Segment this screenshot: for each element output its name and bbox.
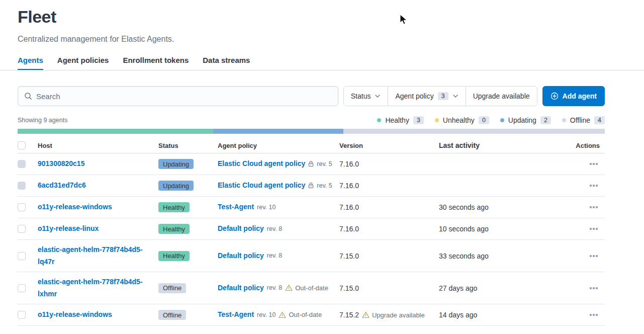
legend-label: Healthy	[385, 116, 409, 124]
row-actions-button[interactable]	[588, 226, 600, 232]
last-activity: 33 seconds ago	[439, 252, 573, 260]
last-activity: 27 days ago	[439, 284, 573, 292]
agent-policy-link[interactable]: Test-Agent	[218, 201, 254, 213]
agent-policy-filter-label: Agent policy	[395, 92, 433, 100]
add-agent-label: Add agent	[563, 92, 597, 100]
last-activity: 30 seconds ago	[439, 203, 573, 211]
summary-row: Showing 9 agents Healthy 3 Unhealthy 0 U…	[18, 116, 605, 124]
agent-version: 7.16.0	[339, 225, 359, 233]
agent-version: 7.15.0	[339, 284, 359, 292]
row-checkbox[interactable]	[18, 284, 26, 292]
row-checkbox[interactable]	[18, 203, 26, 211]
status-filter-label: Status	[351, 92, 371, 100]
table-row: o11y-release-windows Offline Test-Agent …	[18, 304, 605, 326]
agent-version: 7.15.2	[339, 311, 359, 319]
row-actions-button[interactable]	[588, 161, 600, 167]
host-link[interactable]: elastic-agent-helm-778f74b4d5-lq47r	[38, 245, 143, 266]
agent-policy-link[interactable]: Elastic Cloud agent policy	[218, 180, 305, 192]
column-header-version: Version	[339, 142, 439, 149]
agent-version: 7.15.0	[339, 252, 359, 260]
host-link[interactable]: o11y-release-windows	[38, 203, 112, 211]
policy-revision: rev. 10	[257, 204, 275, 211]
host-link[interactable]: elastic-agent-helm-778f74b4d5-lxhmr	[38, 278, 143, 298]
agent-policy-link[interactable]: Default policy	[218, 250, 264, 262]
last-activity: 10 seconds ago	[439, 225, 573, 233]
legend-count-badge: 3	[413, 116, 424, 124]
tab-agent-policies[interactable]: Agent policies	[57, 56, 109, 70]
tab-enrollment-tokens[interactable]: Enrollment tokens	[123, 56, 189, 70]
table-row: elastic-agent-helm-778f74b4d5-lxhmr Offl…	[18, 272, 605, 304]
legend-count-badge: 2	[540, 116, 551, 124]
status-badge: Updating	[158, 159, 194, 169]
status-badge: Healthy	[158, 251, 190, 261]
row-checkbox[interactable]	[18, 160, 26, 168]
host-link[interactable]: o11y-release-linux	[38, 224, 99, 232]
legend-item-offline: Offline 4	[562, 116, 605, 124]
search-input[interactable]	[36, 92, 332, 101]
page-title: Fleet	[18, 7, 605, 27]
agent-policy-link[interactable]: Default policy	[218, 223, 264, 235]
agent-policy-link[interactable]: Test-Agent	[218, 309, 254, 321]
row-actions-button[interactable]	[588, 204, 600, 210]
policy-revision: rev. 10	[257, 311, 275, 318]
tab-agents[interactable]: Agents	[18, 56, 43, 70]
table-row: 901300820c15 Updating Elastic Cloud agen…	[18, 153, 605, 175]
table-row: o11y-release-linux Healthy Default polic…	[18, 218, 605, 240]
status-badge: Offline	[158, 283, 186, 293]
upgrade-available-filter-button[interactable]: Upgrade available	[466, 87, 537, 106]
tab-data-streams[interactable]: Data streams	[203, 56, 250, 70]
policy-revision: rev. 5	[317, 160, 332, 168]
status-badge: Healthy	[158, 202, 190, 212]
updating-dot-icon	[500, 118, 504, 122]
legend-label: Unhealthy	[443, 116, 475, 124]
agent-version: 7.16.0	[339, 182, 359, 190]
status-badge: Healthy	[158, 224, 190, 234]
out-of-date-note: Out-of-date	[285, 284, 328, 292]
add-agent-button[interactable]: Add agent	[542, 86, 605, 106]
row-actions-button[interactable]	[588, 312, 600, 318]
legend-item-healthy: Healthy 3	[377, 116, 423, 124]
agent-policy-link[interactable]: Default policy	[218, 282, 264, 294]
offline-dot-icon	[562, 118, 566, 122]
lock-icon	[308, 182, 314, 189]
status-badge: Updating	[158, 181, 194, 191]
status-filter-button[interactable]: Status	[344, 87, 388, 106]
legend-item-unhealthy: Unhealthy 0	[435, 116, 489, 124]
plus-in-circle-icon	[550, 92, 559, 100]
row-checkbox[interactable]	[18, 225, 26, 233]
healthy-dot-icon	[377, 118, 381, 122]
policy-revision: rev. 8	[267, 252, 282, 259]
lock-icon	[308, 160, 314, 167]
agent-policy-link[interactable]: Elastic Cloud agent policy	[218, 158, 305, 170]
row-actions-button[interactable]	[588, 183, 600, 189]
column-header-actions: Actions	[573, 142, 605, 149]
host-link[interactable]: o11y-release-windows	[38, 310, 112, 318]
agent-health-bar	[18, 129, 605, 134]
agent-policy-filter-count: 3	[438, 92, 448, 100]
legend-label: Updating	[508, 116, 536, 124]
column-header-host: Host	[38, 142, 158, 149]
row-actions-button[interactable]	[588, 253, 600, 259]
table-row: 6acd31ed7dc6 Updating Elastic Cloud agen…	[18, 175, 605, 197]
legend-count-badge: 0	[479, 116, 489, 124]
row-checkbox[interactable]	[18, 311, 26, 319]
row-actions-button[interactable]	[588, 285, 600, 291]
table-row: o11y-release-windows Healthy Test-Agent …	[18, 197, 605, 218]
column-header-agent-policy: Agent policy	[218, 142, 339, 149]
page-subtitle: Centralized management for Elastic Agent…	[18, 35, 605, 44]
row-checkbox[interactable]	[18, 182, 26, 190]
out-of-date-note: Out-of-date	[279, 311, 322, 318]
legend-item-updating: Updating 2	[500, 116, 551, 124]
search-box[interactable]	[18, 86, 338, 106]
select-all-checkbox[interactable]	[18, 141, 26, 149]
host-link[interactable]: 901300820c15	[38, 159, 84, 168]
table-header-row: Host Status Agent policy Version Last ac…	[18, 138, 605, 153]
legend-label: Offline	[570, 116, 590, 124]
agent-version: 7.16.0	[339, 160, 359, 168]
row-checkbox[interactable]	[18, 252, 26, 260]
agent-policy-filter-button[interactable]: Agent policy 3	[388, 87, 465, 106]
policy-revision: rev. 5	[317, 182, 332, 189]
host-link[interactable]: 6acd31ed7dc6	[38, 181, 86, 189]
unhealthy-dot-icon	[435, 118, 439, 122]
table-row: elastic-agent-helm-778f74b4d5-lq47r Heal…	[18, 240, 605, 272]
